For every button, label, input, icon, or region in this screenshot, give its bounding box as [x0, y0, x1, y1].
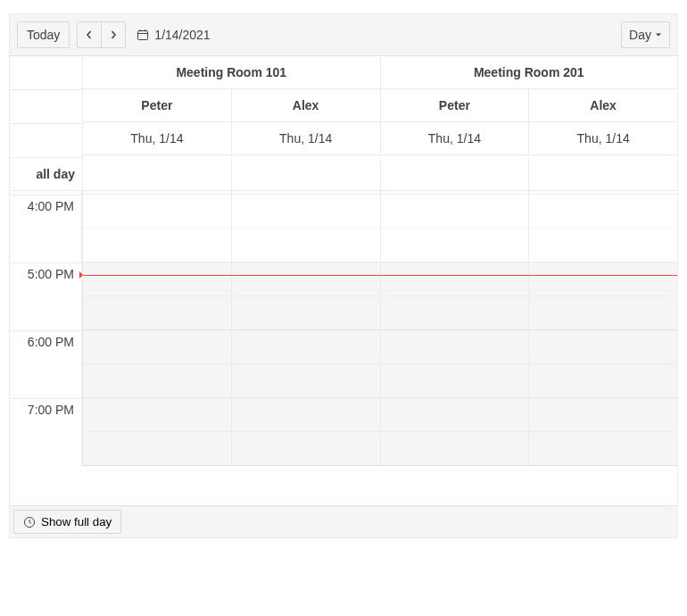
time-slot[interactable]	[83, 364, 231, 398]
chevron-left-icon	[85, 30, 94, 39]
person-header-row: Peter Alex Peter Alex	[83, 89, 677, 122]
grid-column	[83, 191, 232, 466]
date-header: Thu, 1/14	[232, 122, 381, 154]
all-day-cell[interactable]	[529, 158, 677, 190]
room-header: Meeting Room 201	[381, 56, 678, 88]
time-slot[interactable]	[529, 296, 677, 330]
time-slot[interactable]	[83, 195, 231, 229]
time-labels: 3:00 PM4:00 PM5:00 PM6:00 PM7:00 PM	[10, 191, 83, 466]
nav-button-group	[77, 21, 126, 48]
current-time-indicator	[83, 275, 677, 276]
time-label: 7:00 PM	[10, 398, 82, 466]
time-grid	[83, 191, 677, 466]
time-grid-scroll[interactable]: 3:00 PM4:00 PM5:00 PM6:00 PM7:00 PM	[10, 191, 677, 505]
time-slot[interactable]	[529, 229, 677, 262]
scheduler-footer: Show full day	[10, 505, 677, 537]
all-day-cell[interactable]	[232, 158, 381, 190]
time-slot[interactable]	[381, 262, 529, 296]
calendar-icon	[137, 29, 149, 41]
date-header: Thu, 1/14	[529, 122, 677, 154]
view-selector[interactable]: Day	[621, 21, 670, 48]
scheduler: Today 1/14/2021 Day	[9, 13, 678, 538]
person-header: Peter	[83, 89, 232, 121]
room-header-row: Meeting Room 101 Meeting Room 201	[83, 56, 677, 89]
time-slot[interactable]	[83, 330, 231, 364]
time-slot[interactable]	[381, 364, 529, 398]
all-day-label: all day	[10, 158, 83, 190]
grid-column	[232, 191, 381, 466]
column-headers: Meeting Room 101 Meeting Room 201 Peter …	[10, 56, 677, 158]
time-slot[interactable]	[232, 262, 380, 296]
time-slot[interactable]	[232, 432, 380, 466]
time-slot[interactable]	[232, 330, 380, 364]
grid-column	[529, 191, 677, 466]
caret-down-icon	[655, 31, 662, 38]
current-time-arrow-icon	[79, 271, 83, 279]
date-header-row: Thu, 1/14 Thu, 1/14 Thu, 1/14 Thu, 1/14	[83, 122, 677, 155]
clock-icon	[23, 516, 36, 529]
grid-column	[381, 191, 530, 466]
view-label: Day	[629, 28, 651, 42]
time-slot[interactable]	[529, 195, 677, 229]
time-slot[interactable]	[83, 262, 231, 296]
person-header: Peter	[381, 89, 530, 121]
time-slot[interactable]	[529, 330, 677, 364]
show-full-day-label: Show full day	[41, 515, 112, 529]
date-picker[interactable]: 1/14/2021	[137, 28, 210, 42]
person-header: Alex	[529, 89, 677, 121]
svg-rect-0	[138, 31, 148, 40]
prev-button[interactable]	[77, 21, 102, 48]
time-slot[interactable]	[381, 229, 529, 262]
time-slot[interactable]	[529, 364, 677, 398]
time-slot[interactable]	[232, 398, 380, 432]
time-slot[interactable]	[232, 195, 380, 229]
all-day-cell[interactable]	[381, 158, 530, 190]
time-slot[interactable]	[381, 195, 529, 229]
time-slot[interactable]	[529, 398, 677, 432]
scheduler-body: 3:00 PM4:00 PM5:00 PM6:00 PM7:00 PM	[10, 191, 677, 505]
time-label: 4:00 PM	[10, 195, 82, 262]
time-slot[interactable]	[83, 229, 231, 262]
next-button[interactable]	[102, 21, 126, 48]
date-header: Thu, 1/14	[381, 122, 530, 154]
show-full-day-button[interactable]: Show full day	[13, 510, 121, 534]
time-label: 5:00 PM	[10, 262, 82, 330]
time-slot[interactable]	[232, 296, 380, 330]
time-slot[interactable]	[83, 296, 231, 330]
all-day-cell[interactable]	[83, 158, 232, 190]
toolbar: Today 1/14/2021 Day	[10, 14, 677, 56]
date-header: Thu, 1/14	[83, 122, 232, 154]
time-slot[interactable]	[529, 262, 677, 296]
time-slot[interactable]	[381, 296, 529, 330]
all-day-row: all day	[10, 158, 677, 191]
time-slot[interactable]	[83, 432, 231, 466]
person-header: Alex	[232, 89, 381, 121]
time-slot[interactable]	[232, 229, 380, 262]
time-gutter-header	[10, 56, 83, 158]
time-slot[interactable]	[381, 330, 529, 364]
chevron-right-icon	[109, 30, 118, 39]
current-date-text: 1/14/2021	[154, 28, 210, 42]
time-slot[interactable]	[529, 432, 677, 466]
time-slot[interactable]	[83, 398, 231, 432]
time-slot[interactable]	[232, 364, 380, 398]
time-slot[interactable]	[381, 398, 529, 432]
room-header: Meeting Room 101	[83, 56, 381, 88]
today-button[interactable]: Today	[17, 21, 70, 48]
time-slot[interactable]	[381, 432, 529, 466]
time-label: 6:00 PM	[10, 330, 82, 398]
